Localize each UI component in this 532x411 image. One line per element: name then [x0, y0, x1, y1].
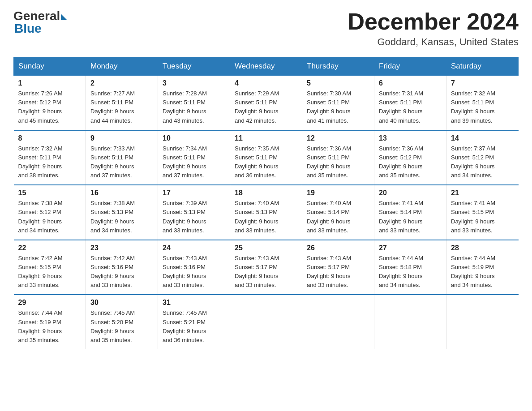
- header-tuesday: Tuesday: [158, 57, 230, 76]
- day-cell: 9Sunrise: 7:33 AM Sunset: 5:11 PM Daylig…: [86, 130, 158, 185]
- day-number: 26: [307, 244, 369, 252]
- week-row-5: 29Sunrise: 7:44 AM Sunset: 5:19 PM Dayli…: [14, 295, 519, 349]
- day-number: 13: [379, 134, 442, 142]
- day-cell: 25Sunrise: 7:43 AM Sunset: 5:17 PM Dayli…: [230, 240, 302, 295]
- day-number: 25: [235, 244, 297, 252]
- day-number: 18: [235, 189, 297, 197]
- calendar-table: SundayMondayTuesdayWednesdayThursdayFrid…: [13, 57, 519, 349]
- day-number: 20: [379, 189, 442, 197]
- day-number: 12: [307, 134, 369, 142]
- day-cell: 17Sunrise: 7:39 AM Sunset: 5:13 PM Dayli…: [158, 185, 230, 240]
- day-cell: 13Sunrise: 7:36 AM Sunset: 5:12 PM Dayli…: [374, 130, 446, 185]
- day-cell: 23Sunrise: 7:42 AM Sunset: 5:16 PM Dayli…: [86, 240, 158, 295]
- day-cell: 21Sunrise: 7:41 AM Sunset: 5:15 PM Dayli…: [446, 185, 519, 240]
- logo-blue-text: Blue: [14, 21, 42, 36]
- day-cell: 2Sunrise: 7:27 AM Sunset: 5:11 PM Daylig…: [86, 76, 158, 130]
- day-number: 16: [90, 189, 153, 197]
- day-info: Sunrise: 7:38 AM Sunset: 5:12 PM Dayligh…: [18, 199, 82, 235]
- day-cell: 4Sunrise: 7:29 AM Sunset: 5:11 PM Daylig…: [230, 76, 302, 130]
- day-info: Sunrise: 7:33 AM Sunset: 5:11 PM Dayligh…: [90, 144, 153, 180]
- day-number: 23: [90, 244, 153, 252]
- day-cell: 10Sunrise: 7:34 AM Sunset: 5:11 PM Dayli…: [158, 130, 230, 185]
- day-info: Sunrise: 7:43 AM Sunset: 5:17 PM Dayligh…: [307, 254, 369, 290]
- day-cell: 20Sunrise: 7:41 AM Sunset: 5:14 PM Dayli…: [374, 185, 446, 240]
- day-number: 8: [18, 134, 82, 142]
- header-monday: Monday: [86, 57, 158, 76]
- day-info: Sunrise: 7:31 AM Sunset: 5:11 PM Dayligh…: [379, 89, 442, 125]
- location-text: Goddard, Kansas, United States: [348, 36, 519, 48]
- day-info: Sunrise: 7:29 AM Sunset: 5:11 PM Dayligh…: [235, 89, 297, 125]
- day-info: Sunrise: 7:32 AM Sunset: 5:11 PM Dayligh…: [18, 144, 82, 180]
- logo: General Blue: [13, 9, 67, 36]
- day-cell: 14Sunrise: 7:37 AM Sunset: 5:12 PM Dayli…: [446, 130, 519, 185]
- day-cell: 31Sunrise: 7:45 AM Sunset: 5:21 PM Dayli…: [158, 295, 230, 349]
- day-cell: 15Sunrise: 7:38 AM Sunset: 5:12 PM Dayli…: [14, 185, 86, 240]
- day-cell: 18Sunrise: 7:40 AM Sunset: 5:13 PM Dayli…: [230, 185, 302, 240]
- day-number: 19: [307, 189, 369, 197]
- day-info: Sunrise: 7:39 AM Sunset: 5:13 PM Dayligh…: [163, 199, 225, 235]
- day-cell: 11Sunrise: 7:35 AM Sunset: 5:11 PM Dayli…: [230, 130, 302, 185]
- day-cell: 26Sunrise: 7:43 AM Sunset: 5:17 PM Dayli…: [302, 240, 374, 295]
- day-cell: [446, 295, 519, 349]
- day-cell: [374, 295, 446, 349]
- day-info: Sunrise: 7:41 AM Sunset: 5:14 PM Dayligh…: [379, 199, 442, 235]
- header-sunday: Sunday: [14, 57, 86, 76]
- day-cell: [230, 295, 302, 349]
- week-row-3: 15Sunrise: 7:38 AM Sunset: 5:12 PM Dayli…: [14, 185, 519, 240]
- day-info: Sunrise: 7:37 AM Sunset: 5:12 PM Dayligh…: [451, 144, 514, 180]
- day-cell: 24Sunrise: 7:43 AM Sunset: 5:16 PM Dayli…: [158, 240, 230, 295]
- day-info: Sunrise: 7:43 AM Sunset: 5:16 PM Dayligh…: [163, 254, 225, 290]
- day-info: Sunrise: 7:44 AM Sunset: 5:19 PM Dayligh…: [451, 254, 514, 290]
- day-cell: 22Sunrise: 7:42 AM Sunset: 5:15 PM Dayli…: [14, 240, 86, 295]
- day-info: Sunrise: 7:45 AM Sunset: 5:21 PM Dayligh…: [163, 308, 225, 345]
- day-info: Sunrise: 7:35 AM Sunset: 5:11 PM Dayligh…: [235, 144, 297, 180]
- day-cell: 29Sunrise: 7:44 AM Sunset: 5:19 PM Dayli…: [14, 295, 86, 349]
- day-number: 11: [235, 134, 297, 142]
- day-info: Sunrise: 7:28 AM Sunset: 5:11 PM Dayligh…: [163, 89, 225, 125]
- day-number: 27: [379, 244, 442, 252]
- day-cell: 1Sunrise: 7:26 AM Sunset: 5:12 PM Daylig…: [14, 76, 86, 130]
- day-info: Sunrise: 7:43 AM Sunset: 5:17 PM Dayligh…: [235, 254, 297, 290]
- logo-arrow-icon: [61, 14, 67, 20]
- header-friday: Friday: [374, 57, 446, 76]
- day-cell: 6Sunrise: 7:31 AM Sunset: 5:11 PM Daylig…: [374, 76, 446, 130]
- day-cell: 3Sunrise: 7:28 AM Sunset: 5:11 PM Daylig…: [158, 76, 230, 130]
- calendar-header-row: SundayMondayTuesdayWednesdayThursdayFrid…: [14, 57, 519, 76]
- day-cell: 5Sunrise: 7:30 AM Sunset: 5:11 PM Daylig…: [302, 76, 374, 130]
- day-number: 5: [307, 79, 369, 87]
- day-cell: 19Sunrise: 7:40 AM Sunset: 5:14 PM Dayli…: [302, 185, 374, 240]
- day-cell: 27Sunrise: 7:44 AM Sunset: 5:18 PM Dayli…: [374, 240, 446, 295]
- day-info: Sunrise: 7:41 AM Sunset: 5:15 PM Dayligh…: [451, 199, 514, 235]
- day-number: 22: [18, 244, 82, 252]
- header-thursday: Thursday: [302, 57, 374, 76]
- week-row-2: 8Sunrise: 7:32 AM Sunset: 5:11 PM Daylig…: [14, 130, 519, 185]
- day-number: 24: [163, 244, 225, 252]
- week-row-1: 1Sunrise: 7:26 AM Sunset: 5:12 PM Daylig…: [14, 76, 519, 130]
- week-row-4: 22Sunrise: 7:42 AM Sunset: 5:15 PM Dayli…: [14, 240, 519, 295]
- day-number: 7: [451, 79, 514, 87]
- day-info: Sunrise: 7:44 AM Sunset: 5:18 PM Dayligh…: [379, 254, 442, 290]
- day-info: Sunrise: 7:44 AM Sunset: 5:19 PM Dayligh…: [18, 308, 82, 345]
- day-cell: 30Sunrise: 7:45 AM Sunset: 5:20 PM Dayli…: [86, 295, 158, 349]
- day-number: 29: [18, 299, 82, 307]
- day-info: Sunrise: 7:36 AM Sunset: 5:11 PM Dayligh…: [307, 144, 369, 180]
- day-info: Sunrise: 7:34 AM Sunset: 5:11 PM Dayligh…: [163, 144, 225, 180]
- day-number: 6: [379, 79, 442, 87]
- day-info: Sunrise: 7:40 AM Sunset: 5:13 PM Dayligh…: [235, 199, 297, 235]
- day-number: 4: [235, 79, 297, 87]
- day-number: 28: [451, 244, 514, 252]
- day-info: Sunrise: 7:42 AM Sunset: 5:16 PM Dayligh…: [90, 254, 153, 290]
- month-title: December 2024: [348, 9, 519, 34]
- day-number: 30: [90, 299, 153, 307]
- day-number: 1: [18, 79, 82, 87]
- day-number: 14: [451, 134, 514, 142]
- day-number: 2: [90, 79, 153, 87]
- header-wednesday: Wednesday: [230, 57, 302, 76]
- day-number: 15: [18, 189, 82, 197]
- header-saturday: Saturday: [446, 57, 519, 76]
- day-info: Sunrise: 7:36 AM Sunset: 5:12 PM Dayligh…: [379, 144, 442, 180]
- day-info: Sunrise: 7:27 AM Sunset: 5:11 PM Dayligh…: [90, 89, 153, 125]
- title-section: December 2024 Goddard, Kansas, United St…: [348, 9, 519, 48]
- page-header: General Blue December 2024 Goddard, Kans…: [13, 9, 519, 48]
- day-info: Sunrise: 7:38 AM Sunset: 5:13 PM Dayligh…: [90, 199, 153, 235]
